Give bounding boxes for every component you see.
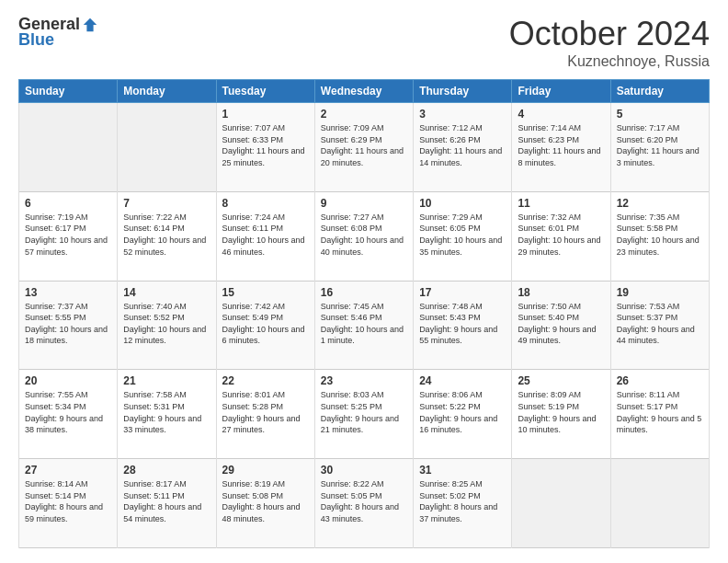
day-number: 24 bbox=[419, 374, 506, 387]
day-number: 5 bbox=[617, 108, 703, 121]
column-header-tuesday: Tuesday bbox=[216, 80, 314, 103]
day-info: Sunrise: 7:50 AM Sunset: 5:40 PM Dayligh… bbox=[518, 301, 604, 347]
calendar-cell: 12Sunrise: 7:35 AM Sunset: 5:58 PM Dayli… bbox=[610, 191, 709, 281]
calendar-cell: 21Sunrise: 7:58 AM Sunset: 5:31 PM Dayli… bbox=[118, 370, 216, 459]
day-number: 7 bbox=[123, 197, 210, 210]
day-info: Sunrise: 8:11 AM Sunset: 5:17 PM Dayligh… bbox=[617, 389, 703, 435]
column-header-sunday: Sunday bbox=[19, 80, 118, 103]
calendar-cell: 7Sunrise: 7:22 AM Sunset: 6:14 PM Daylig… bbox=[118, 191, 216, 281]
day-info: Sunrise: 7:09 AM Sunset: 6:29 PM Dayligh… bbox=[321, 122, 407, 168]
calendar-cell bbox=[610, 459, 709, 548]
day-number: 21 bbox=[123, 374, 210, 387]
calendar-cell: 22Sunrise: 8:01 AM Sunset: 5:28 PM Dayli… bbox=[216, 370, 314, 459]
day-info: Sunrise: 7:40 AM Sunset: 5:52 PM Dayligh… bbox=[123, 301, 210, 347]
calendar-week-row: 1Sunrise: 7:07 AM Sunset: 6:33 PM Daylig… bbox=[19, 103, 710, 192]
day-info: Sunrise: 7:55 AM Sunset: 5:34 PM Dayligh… bbox=[25, 389, 111, 435]
location-title: Kuznechnoye, Russia bbox=[509, 53, 710, 70]
calendar-page: General Blue October 2024 Kuznechnoye, R… bbox=[0, 0, 728, 563]
day-number: 9 bbox=[321, 197, 407, 210]
day-number: 16 bbox=[321, 286, 407, 299]
calendar-cell: 19Sunrise: 7:53 AM Sunset: 5:37 PM Dayli… bbox=[610, 281, 709, 370]
day-info: Sunrise: 8:01 AM Sunset: 5:28 PM Dayligh… bbox=[222, 389, 309, 435]
day-number: 29 bbox=[222, 464, 309, 477]
calendar-cell: 9Sunrise: 7:27 AM Sunset: 6:08 PM Daylig… bbox=[314, 191, 413, 281]
day-number: 3 bbox=[419, 108, 506, 121]
calendar-cell: 23Sunrise: 8:03 AM Sunset: 5:25 PM Dayli… bbox=[314, 370, 413, 459]
day-info: Sunrise: 7:14 AM Sunset: 6:23 PM Dayligh… bbox=[518, 122, 604, 168]
day-number: 1 bbox=[222, 108, 309, 121]
calendar-cell: 28Sunrise: 8:17 AM Sunset: 5:11 PM Dayli… bbox=[118, 459, 216, 548]
day-info: Sunrise: 7:48 AM Sunset: 5:43 PM Dayligh… bbox=[419, 301, 506, 347]
day-info: Sunrise: 7:32 AM Sunset: 6:01 PM Dayligh… bbox=[518, 212, 604, 258]
calendar-cell bbox=[118, 103, 216, 192]
calendar-cell: 16Sunrise: 7:45 AM Sunset: 5:46 PM Dayli… bbox=[314, 281, 413, 370]
day-number: 27 bbox=[25, 464, 111, 477]
column-header-monday: Monday bbox=[118, 80, 216, 103]
column-header-saturday: Saturday bbox=[610, 80, 709, 103]
day-info: Sunrise: 7:29 AM Sunset: 6:05 PM Dayligh… bbox=[419, 212, 506, 258]
day-info: Sunrise: 7:19 AM Sunset: 6:17 PM Dayligh… bbox=[25, 212, 111, 258]
calendar-cell: 14Sunrise: 7:40 AM Sunset: 5:52 PM Dayli… bbox=[118, 281, 216, 370]
day-info: Sunrise: 7:07 AM Sunset: 6:33 PM Dayligh… bbox=[222, 122, 309, 168]
calendar-cell bbox=[19, 103, 118, 192]
day-info: Sunrise: 7:17 AM Sunset: 6:20 PM Dayligh… bbox=[617, 122, 703, 168]
calendar-cell: 3Sunrise: 7:12 AM Sunset: 6:26 PM Daylig… bbox=[414, 103, 512, 192]
day-number: 15 bbox=[222, 286, 309, 299]
calendar-cell bbox=[512, 459, 610, 548]
calendar-cell: 10Sunrise: 7:29 AM Sunset: 6:05 PM Dayli… bbox=[414, 191, 512, 281]
calendar-table: SundayMondayTuesdayWednesdayThursdayFrid… bbox=[18, 79, 710, 548]
calendar-cell: 30Sunrise: 8:22 AM Sunset: 5:05 PM Dayli… bbox=[314, 459, 413, 548]
calendar-week-row: 6Sunrise: 7:19 AM Sunset: 6:17 PM Daylig… bbox=[19, 191, 710, 281]
day-number: 19 bbox=[617, 286, 703, 299]
calendar-cell: 29Sunrise: 8:19 AM Sunset: 5:08 PM Dayli… bbox=[216, 459, 314, 548]
day-number: 14 bbox=[123, 286, 210, 299]
day-number: 6 bbox=[25, 197, 111, 210]
day-info: Sunrise: 7:45 AM Sunset: 5:46 PM Dayligh… bbox=[321, 301, 407, 347]
calendar-cell: 17Sunrise: 7:48 AM Sunset: 5:43 PM Dayli… bbox=[414, 281, 512, 370]
day-info: Sunrise: 7:27 AM Sunset: 6:08 PM Dayligh… bbox=[321, 212, 407, 258]
calendar-cell: 27Sunrise: 8:14 AM Sunset: 5:14 PM Dayli… bbox=[19, 459, 118, 548]
logo-icon bbox=[82, 17, 98, 33]
day-info: Sunrise: 8:03 AM Sunset: 5:25 PM Dayligh… bbox=[321, 389, 407, 435]
calendar-cell: 25Sunrise: 8:09 AM Sunset: 5:19 PM Dayli… bbox=[512, 370, 610, 459]
day-info: Sunrise: 8:14 AM Sunset: 5:14 PM Dayligh… bbox=[25, 478, 111, 524]
column-header-friday: Friday bbox=[512, 80, 610, 103]
day-info: Sunrise: 7:58 AM Sunset: 5:31 PM Dayligh… bbox=[123, 389, 210, 435]
header: General Blue October 2024 Kuznechnoye, R… bbox=[18, 15, 710, 70]
day-number: 28 bbox=[123, 464, 210, 477]
day-number: 4 bbox=[518, 108, 604, 121]
day-number: 11 bbox=[518, 197, 604, 210]
day-info: Sunrise: 8:09 AM Sunset: 5:19 PM Dayligh… bbox=[518, 389, 604, 435]
calendar-cell: 18Sunrise: 7:50 AM Sunset: 5:40 PM Dayli… bbox=[512, 281, 610, 370]
month-title: October 2024 bbox=[509, 15, 710, 53]
day-number: 23 bbox=[321, 374, 407, 387]
day-info: Sunrise: 7:24 AM Sunset: 6:11 PM Dayligh… bbox=[222, 212, 309, 258]
day-number: 25 bbox=[518, 374, 604, 387]
calendar-cell: 2Sunrise: 7:09 AM Sunset: 6:29 PM Daylig… bbox=[314, 103, 413, 192]
logo-blue: Blue bbox=[18, 30, 54, 50]
calendar-cell: 6Sunrise: 7:19 AM Sunset: 6:17 PM Daylig… bbox=[19, 191, 118, 281]
day-number: 31 bbox=[419, 464, 506, 477]
calendar-cell: 11Sunrise: 7:32 AM Sunset: 6:01 PM Dayli… bbox=[512, 191, 610, 281]
day-info: Sunrise: 7:35 AM Sunset: 5:58 PM Dayligh… bbox=[617, 212, 703, 258]
day-number: 17 bbox=[419, 286, 506, 299]
calendar-cell: 31Sunrise: 8:25 AM Sunset: 5:02 PM Dayli… bbox=[414, 459, 512, 548]
day-info: Sunrise: 7:37 AM Sunset: 5:55 PM Dayligh… bbox=[25, 301, 111, 347]
day-number: 13 bbox=[25, 286, 111, 299]
day-info: Sunrise: 8:22 AM Sunset: 5:05 PM Dayligh… bbox=[321, 478, 407, 524]
day-number: 10 bbox=[419, 197, 506, 210]
day-info: Sunrise: 8:25 AM Sunset: 5:02 PM Dayligh… bbox=[419, 478, 506, 524]
calendar-cell: 26Sunrise: 8:11 AM Sunset: 5:17 PM Dayli… bbox=[610, 370, 709, 459]
calendar-cell: 4Sunrise: 7:14 AM Sunset: 6:23 PM Daylig… bbox=[512, 103, 610, 192]
calendar-week-row: 20Sunrise: 7:55 AM Sunset: 5:34 PM Dayli… bbox=[19, 370, 710, 459]
svg-marker-0 bbox=[84, 17, 97, 30]
calendar-cell: 8Sunrise: 7:24 AM Sunset: 6:11 PM Daylig… bbox=[216, 191, 314, 281]
day-info: Sunrise: 7:53 AM Sunset: 5:37 PM Dayligh… bbox=[617, 301, 703, 347]
title-block: October 2024 Kuznechnoye, Russia bbox=[509, 15, 710, 70]
day-info: Sunrise: 7:22 AM Sunset: 6:14 PM Dayligh… bbox=[123, 212, 210, 258]
column-header-wednesday: Wednesday bbox=[314, 80, 413, 103]
day-info: Sunrise: 8:06 AM Sunset: 5:22 PM Dayligh… bbox=[419, 389, 506, 435]
calendar-cell: 13Sunrise: 7:37 AM Sunset: 5:55 PM Dayli… bbox=[19, 281, 118, 370]
calendar-cell: 24Sunrise: 8:06 AM Sunset: 5:22 PM Dayli… bbox=[414, 370, 512, 459]
day-info: Sunrise: 7:42 AM Sunset: 5:49 PM Dayligh… bbox=[222, 301, 309, 347]
